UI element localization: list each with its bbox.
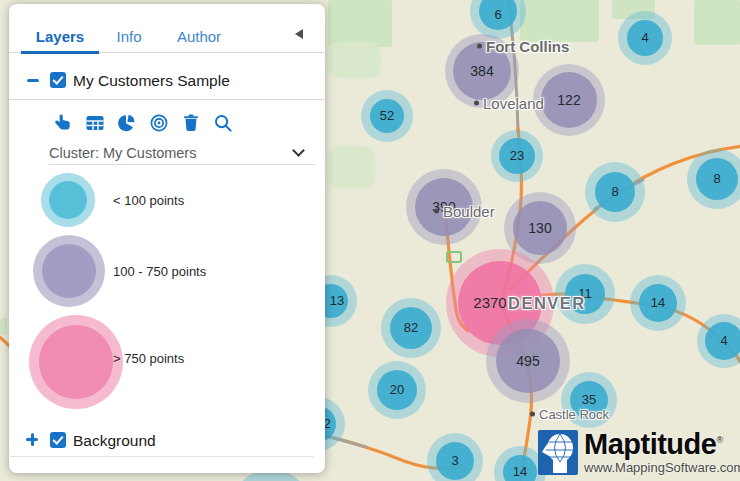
cluster-bubble[interactable]: 4: [618, 11, 672, 65]
registered-mark: ®: [716, 435, 722, 445]
cluster-bubble[interactable]: 14: [630, 275, 686, 331]
cluster-bubble-value: 122: [545, 92, 593, 108]
cluster-dropdown-value: Cluster: My Customers: [49, 145, 196, 161]
cluster-bubble-value: 52: [363, 108, 411, 124]
city-dot-icon: [434, 209, 439, 214]
cluster-bubble-value: 23: [493, 148, 541, 164]
chevron-down-icon: [292, 144, 305, 157]
target-icon[interactable]: [148, 112, 169, 133]
maptitude-watermark: Maptitude® www.MappingSoftware.com: [538, 430, 740, 475]
legend-label-medium: 100 - 750 points: [113, 264, 206, 279]
collapse-layer-icon[interactable]: [27, 79, 39, 82]
cluster-bubble-value: 6: [474, 7, 522, 23]
legend-label-large: > 750 points: [113, 351, 184, 366]
cluster-bubble-value: 2370: [466, 295, 514, 311]
tab-layers[interactable]: Layers: [21, 24, 99, 48]
layer-toolbar: [52, 112, 233, 133]
cluster-bubble-value: 4: [700, 333, 740, 349]
cluster-bubble-value: 4: [621, 30, 669, 46]
maptitude-logo-icon: [538, 430, 578, 475]
layer-visibility-checkbox[interactable]: [50, 72, 66, 88]
city-label: Fort Collins: [477, 38, 569, 55]
cluster-bubble-value: 14: [496, 464, 544, 480]
park-symbol: [446, 251, 462, 263]
tab-info[interactable]: Info: [104, 24, 154, 48]
cluster-bubble[interactable]: 23: [491, 130, 543, 182]
legend-swatch-medium: [33, 235, 105, 307]
divider: [10, 456, 314, 457]
layer-name-background[interactable]: Background: [73, 432, 156, 450]
cluster-bubble-value: 495: [504, 353, 552, 369]
cluster-bubble-value: 8: [693, 171, 740, 187]
cluster-bubble[interactable]: 20: [368, 361, 426, 419]
layers-panel: Layers Info Author My Customers Sample: [9, 4, 325, 473]
city-dot-icon: [530, 412, 535, 417]
cluster-bubble-value: 130: [516, 220, 564, 236]
search-icon[interactable]: [212, 112, 233, 133]
city-label: Boulder: [434, 203, 495, 220]
city-dot-icon: [477, 44, 482, 49]
legend-swatch-large: [29, 315, 123, 409]
cluster-bubble[interactable]: 52: [361, 90, 413, 142]
trash-icon[interactable]: [180, 112, 201, 133]
cluster-bubble-value: 20: [373, 382, 421, 398]
maptitude-url-text: www.MappingSoftware.com: [584, 461, 740, 474]
legend-label-small: < 100 points: [113, 193, 184, 208]
maptitude-app: 6438412252233901308811142370495138220354…: [0, 0, 740, 481]
cluster-bubble-value: 3: [431, 453, 479, 469]
cluster-bubble[interactable]: 8: [687, 149, 740, 209]
divider: [49, 164, 315, 165]
cluster-style-dropdown[interactable]: Cluster: My Customers: [49, 144, 315, 164]
cluster-bubble[interactable]: 3: [427, 433, 483, 481]
cluster-bubble-value: 82: [387, 320, 435, 336]
table-icon[interactable]: [84, 112, 105, 133]
cluster-bubble-value: 384: [458, 63, 506, 79]
tab-author[interactable]: Author: [167, 24, 231, 48]
maptitude-brand-text: Maptitude®: [584, 430, 740, 459]
panel-collapse-icon[interactable]: [295, 29, 303, 39]
layer-name-customers[interactable]: My Customers Sample: [73, 72, 230, 90]
cluster-bubble[interactable]: 82: [381, 298, 441, 358]
city-dot-icon: [474, 101, 479, 106]
cluster-bubble[interactable]: 8: [585, 162, 645, 222]
city-label: Castle Rock: [530, 407, 609, 422]
cluster-bubble[interactable]: 495: [486, 319, 570, 403]
cluster-bubble-value: 14: [634, 295, 682, 311]
city-label: Loveland: [474, 95, 544, 112]
active-tab-underline: [21, 51, 99, 54]
background-visibility-checkbox[interactable]: [50, 432, 66, 448]
pie-chart-icon[interactable]: [116, 112, 137, 133]
city-label: DENVER: [508, 294, 586, 313]
cluster-bubble-value: 8: [591, 184, 639, 200]
expand-layer-icon[interactable]: [24, 431, 40, 447]
select-hand-icon[interactable]: [52, 112, 73, 133]
legend-swatch-small: [41, 173, 95, 227]
divider: [9, 99, 325, 100]
